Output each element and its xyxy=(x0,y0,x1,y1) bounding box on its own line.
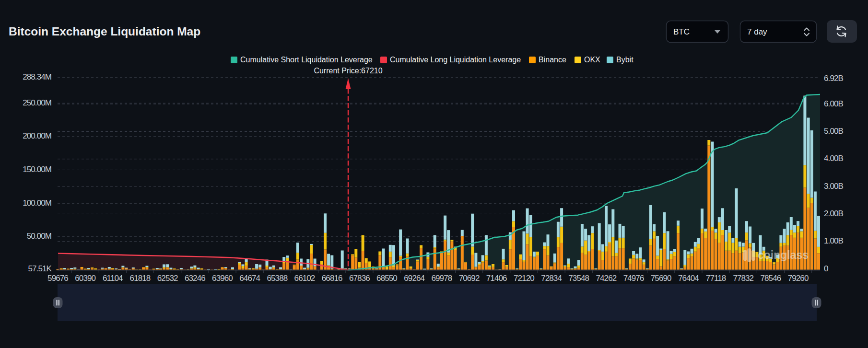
svg-text:250.00M: 250.00M xyxy=(23,98,51,107)
svg-text:77832: 77832 xyxy=(733,274,753,283)
svg-text:63246: 63246 xyxy=(185,274,205,283)
svg-text:75690: 75690 xyxy=(651,274,671,283)
svg-text:Binance: Binance xyxy=(539,56,566,64)
svg-text:60390: 60390 xyxy=(75,274,95,283)
svg-text:0: 0 xyxy=(824,264,828,273)
svg-text:3.00B: 3.00B xyxy=(824,182,843,191)
svg-text:64674: 64674 xyxy=(239,274,260,283)
svg-text:62532: 62532 xyxy=(157,274,178,283)
svg-text:70692: 70692 xyxy=(459,274,480,283)
svg-text:200.00M: 200.00M xyxy=(23,131,51,140)
svg-text:72834: 72834 xyxy=(541,274,562,283)
svg-text:7 day: 7 day xyxy=(747,27,767,36)
svg-text:Bybit: Bybit xyxy=(616,56,633,64)
svg-text:6.92B: 6.92B xyxy=(824,74,843,83)
svg-text:67836: 67836 xyxy=(349,274,370,283)
svg-text:74976: 74976 xyxy=(623,274,644,283)
svg-text:150.00M: 150.00M xyxy=(23,165,51,174)
svg-text:1.00B: 1.00B xyxy=(824,236,843,245)
svg-text:6.00B: 6.00B xyxy=(824,99,843,108)
svg-text:73548: 73548 xyxy=(568,274,589,283)
svg-text:OKX: OKX xyxy=(584,56,600,64)
svg-text:78546: 78546 xyxy=(761,274,781,283)
svg-text:BTC: BTC xyxy=(673,27,690,36)
svg-text:63960: 63960 xyxy=(212,274,233,283)
svg-text:100.00M: 100.00M xyxy=(23,198,51,208)
svg-text:61104: 61104 xyxy=(103,274,123,283)
svg-text:77118: 77118 xyxy=(706,274,726,283)
svg-text:74262: 74262 xyxy=(596,274,617,283)
svg-text:61818: 61818 xyxy=(130,274,151,283)
svg-text:50.00M: 50.00M xyxy=(27,232,51,241)
svg-text:coinglass: coinglass xyxy=(758,249,809,261)
svg-text:69978: 69978 xyxy=(432,274,452,283)
svg-text:5.00B: 5.00B xyxy=(824,127,843,136)
svg-text:79260: 79260 xyxy=(788,274,809,283)
svg-text:Current Price:67210: Current Price:67210 xyxy=(314,67,382,75)
svg-text:Cumulative Short Liquidation L: Cumulative Short Liquidation Leverage xyxy=(240,56,373,64)
svg-text:4.00B: 4.00B xyxy=(824,154,843,163)
svg-text:68550: 68550 xyxy=(376,274,397,283)
svg-text:2.00B: 2.00B xyxy=(824,209,843,218)
svg-text:65388: 65388 xyxy=(267,274,288,283)
svg-text:288.34M: 288.34M xyxy=(23,72,51,81)
svg-text:69264: 69264 xyxy=(404,274,424,283)
svg-text:72120: 72120 xyxy=(514,274,534,283)
svg-text:Bitcoin Exchange Liquidation M: Bitcoin Exchange Liquidation Map xyxy=(9,25,200,38)
svg-text:76404: 76404 xyxy=(678,274,699,283)
svg-text:Cumulative Long Liquidation Le: Cumulative Long Liquidation Leverage xyxy=(390,56,521,64)
svg-text:71406: 71406 xyxy=(486,274,507,283)
svg-text:66816: 66816 xyxy=(322,274,342,283)
svg-text:57.51K: 57.51K xyxy=(28,264,52,273)
svg-text:59676: 59676 xyxy=(47,274,68,283)
svg-text:66102: 66102 xyxy=(294,274,315,283)
